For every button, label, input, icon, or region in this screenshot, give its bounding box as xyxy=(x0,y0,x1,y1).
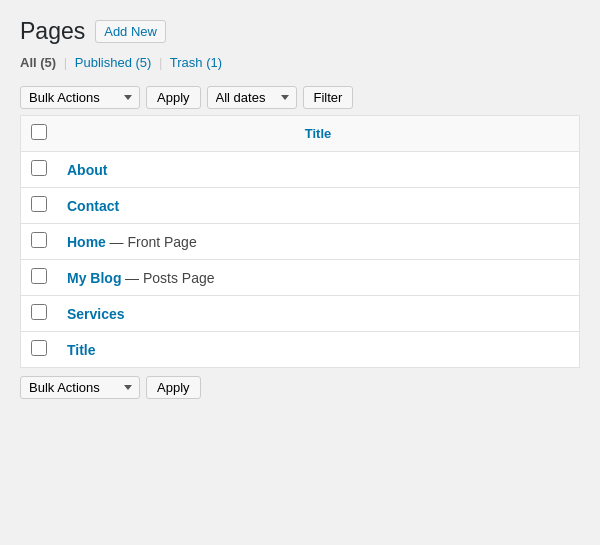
col-header-checkbox xyxy=(21,116,58,152)
filter-published[interactable]: Published (5) xyxy=(75,55,155,70)
row-link-services[interactable]: Services xyxy=(67,306,125,322)
table-row: Services xyxy=(21,296,580,332)
row-title-myblog: My Blog — Posts Page xyxy=(57,260,580,296)
filter-trash[interactable]: Trash (1) xyxy=(170,55,222,70)
apply-button-bottom[interactable]: Apply xyxy=(146,376,201,399)
row-select-services[interactable] xyxy=(31,304,47,320)
row-title-contact: Contact xyxy=(57,188,580,224)
page-title: Pages xyxy=(20,18,85,45)
filter-all[interactable]: All (5) xyxy=(20,55,60,70)
row-link-myblog[interactable]: My Blog xyxy=(67,270,121,286)
table-row: About xyxy=(21,152,580,188)
bulk-actions-select-top[interactable]: Bulk Actions Edit Move to Trash xyxy=(20,86,140,109)
row-title-services: Services xyxy=(57,296,580,332)
row-checkbox-myblog xyxy=(21,260,58,296)
row-title-about: About xyxy=(57,152,580,188)
apply-button-top[interactable]: Apply xyxy=(146,86,201,109)
date-filter-select[interactable]: All dates xyxy=(207,86,297,109)
row-checkbox-contact xyxy=(21,188,58,224)
row-link-about[interactable]: About xyxy=(67,162,107,178)
row-checkbox-services xyxy=(21,296,58,332)
row-select-about[interactable] xyxy=(31,160,47,176)
row-checkbox-title xyxy=(21,332,58,368)
row-select-myblog[interactable] xyxy=(31,268,47,284)
page-title-area: Pages Add New xyxy=(20,18,580,45)
filter-published-link[interactable]: Published (5) xyxy=(75,55,152,70)
row-title-title: Title xyxy=(57,332,580,368)
filter-all-link[interactable]: All (5) xyxy=(20,55,56,70)
bottom-toolbar: Bulk Actions Edit Move to Trash Apply xyxy=(20,368,580,403)
row-select-home[interactable] xyxy=(31,232,47,248)
page-wrap: Pages Add New All (5) | Published (5) | … xyxy=(0,0,600,545)
row-select-title[interactable] xyxy=(31,340,47,356)
filter-trash-link[interactable]: Trash (1) xyxy=(170,55,222,70)
row-link-contact[interactable]: Contact xyxy=(67,198,119,214)
pages-table: Title About Contact xyxy=(20,115,580,368)
select-all-checkbox-top[interactable] xyxy=(31,124,47,140)
row-select-contact[interactable] xyxy=(31,196,47,212)
table-row: My Blog — Posts Page xyxy=(21,260,580,296)
row-link-home[interactable]: Home xyxy=(67,234,106,250)
filter-links: All (5) | Published (5) | Trash (1) xyxy=(20,55,580,70)
row-suffix-myblog: — Posts Page xyxy=(125,270,215,286)
table-row: Contact xyxy=(21,188,580,224)
row-link-title[interactable]: Title xyxy=(67,342,96,358)
bulk-actions-select-bottom[interactable]: Bulk Actions Edit Move to Trash xyxy=(20,376,140,399)
row-suffix-home: — Front Page xyxy=(110,234,197,250)
table-row: Title xyxy=(21,332,580,368)
row-checkbox-about xyxy=(21,152,58,188)
table-row: Home — Front Page xyxy=(21,224,580,260)
row-title-home: Home — Front Page xyxy=(57,224,580,260)
add-new-button[interactable]: Add New xyxy=(95,20,166,43)
filter-button[interactable]: Filter xyxy=(303,86,354,109)
top-toolbar: Bulk Actions Edit Move to Trash Apply Al… xyxy=(20,80,580,115)
row-checkbox-home xyxy=(21,224,58,260)
col-header-title[interactable]: Title xyxy=(57,116,580,152)
